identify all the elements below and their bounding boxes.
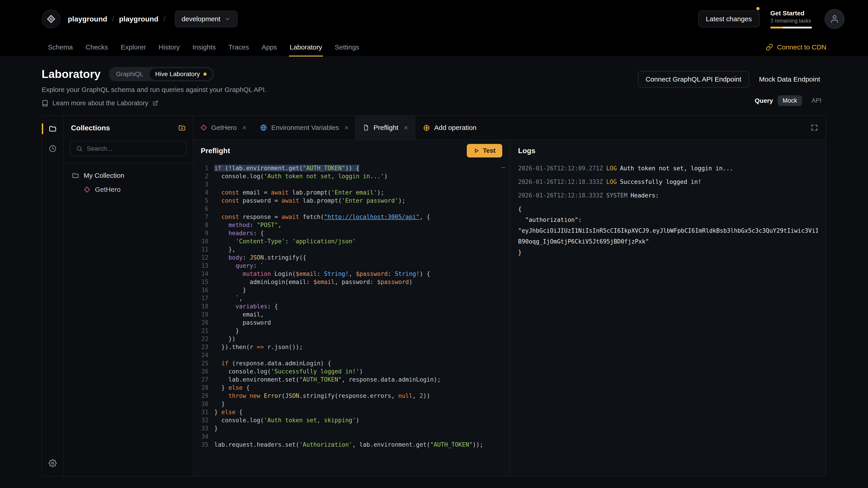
- test-button-label: Test: [483, 147, 496, 154]
- code-line[interactable]: 21 }: [193, 327, 509, 335]
- learn-more-link[interactable]: Learn more about the Laboratory: [41, 99, 158, 107]
- code-line[interactable]: 9 headers: {: [193, 229, 509, 237]
- code-line[interactable]: 7 const response = await fetch("http://l…: [193, 213, 509, 221]
- tab-gethero[interactable]: GetHero ×: [193, 116, 253, 140]
- get-started-subtitle: 3 remaining tasks: [770, 18, 812, 24]
- nav-tab-laboratory[interactable]: Laboratory: [283, 38, 329, 57]
- collection-operation[interactable]: GetHero: [68, 183, 188, 197]
- code-line[interactable]: 15 adminLogin(email: $email, password: $…: [193, 278, 509, 286]
- logs-output[interactable]: 2026-01-26T12:12:09.271ZLOGAuth token no…: [510, 161, 826, 476]
- query-label: Query: [755, 97, 773, 104]
- search-input[interactable]: [87, 145, 181, 152]
- code-line[interactable]: 33}: [193, 424, 509, 432]
- line-number: 24: [193, 351, 214, 359]
- code-line[interactable]: 2 console.log('Auth token not set, loggi…: [193, 172, 509, 180]
- code-line[interactable]: 19 email,: [193, 311, 509, 319]
- test-button[interactable]: Test: [467, 144, 502, 158]
- line-number: 32: [193, 416, 214, 424]
- settings-rail-button[interactable]: [45, 455, 60, 471]
- mode-option-graphiql[interactable]: GraphiQL: [110, 68, 149, 80]
- tab-environment-variables[interactable]: Environment Variables ×: [253, 116, 355, 140]
- code-line[interactable]: 10 'Content-Type': 'application/json': [193, 237, 509, 246]
- nav-tab-settings[interactable]: Settings: [329, 38, 366, 57]
- line-number: 7: [193, 213, 214, 221]
- line-number: 35: [193, 441, 214, 449]
- code-line[interactable]: 22 }): [193, 335, 509, 343]
- code-line[interactable]: 30 }: [193, 400, 509, 408]
- folder-icon: [72, 172, 79, 179]
- mode-option-label: Hive Laboratory: [155, 70, 200, 78]
- connect-endpoint-button[interactable]: Connect GraphQL API Endpoint: [638, 71, 749, 88]
- close-icon[interactable]: ×: [242, 124, 246, 132]
- code-line[interactable]: 4 const email = await lab.prompt('Enter …: [193, 188, 509, 197]
- mode-option-hive-laboratory[interactable]: Hive Laboratory: [149, 68, 213, 80]
- mode-option-label: GraphiQL: [116, 70, 143, 78]
- avatar[interactable]: [825, 9, 844, 29]
- code-line[interactable]: 27 lab.environment.set("AUTH_TOKEN", res…: [193, 376, 509, 384]
- code-line[interactable]: 32 console.log('Auth token set, skipping…: [193, 416, 509, 424]
- target-dropdown[interactable]: development: [175, 11, 238, 27]
- line-number: 19: [193, 311, 214, 319]
- code-line[interactable]: 13 query: `: [193, 262, 509, 270]
- code-line[interactable]: 8 method: "POST",: [193, 221, 509, 229]
- document-icon: [363, 124, 369, 131]
- code-line[interactable]: 34: [193, 432, 509, 441]
- main-nav: SchemaChecksExplorerHistoryInsightsTrace…: [0, 38, 868, 57]
- code-line[interactable]: 25 if (response.data.adminLogin) {: [193, 359, 509, 367]
- get-started-widget[interactable]: Get Started 3 remaining tasks: [770, 10, 812, 29]
- fullscreen-button[interactable]: [803, 116, 826, 140]
- code-line[interactable]: 18 variables: {: [193, 302, 509, 311]
- code-line[interactable]: 12 body: JSON.stringify({: [193, 254, 509, 262]
- code-line[interactable]: 3: [193, 180, 509, 188]
- preflight-panel-title: Preflight: [201, 147, 230, 155]
- breadcrumb-org[interactable]: playground: [68, 15, 107, 23]
- code-line[interactable]: 29 throw new Error(JSON.stringify(respon…: [193, 392, 509, 400]
- code-line[interactable]: 14 mutation Login($email: String!, $pass…: [193, 270, 509, 278]
- code-line[interactable]: 26 console.log('Successfully logged in!'…: [193, 367, 509, 376]
- collection-folder[interactable]: My Collection: [68, 168, 188, 183]
- breadcrumb-separator: /: [112, 15, 114, 23]
- hive-logo[interactable]: [41, 9, 61, 29]
- code-line[interactable]: 20 password: [193, 319, 509, 327]
- close-icon[interactable]: ×: [344, 124, 349, 132]
- history-rail-button[interactable]: [45, 141, 60, 156]
- laboratory-workspace: Collections My Collection GetHer: [41, 115, 827, 477]
- breadcrumb-project[interactable]: playground: [119, 15, 158, 23]
- code-line[interactable]: 16 }: [193, 286, 509, 294]
- close-icon[interactable]: ×: [404, 124, 408, 132]
- tab-label: Preflight: [373, 124, 398, 131]
- code-line[interactable]: 23 }).then(r => r.json());: [193, 343, 509, 351]
- operation-tab-bar: GetHero × Environment Variables × Prefli…: [193, 116, 826, 140]
- tab-preflight[interactable]: Preflight ×: [355, 116, 415, 140]
- code-line[interactable]: 31} else {: [193, 408, 509, 416]
- code-line[interactable]: 24: [193, 351, 509, 359]
- nav-tab-insights[interactable]: Insights: [186, 38, 222, 57]
- new-collection-icon[interactable]: [178, 124, 186, 132]
- code-line[interactable]: 11 },: [193, 246, 509, 254]
- nav-tab-apps[interactable]: Apps: [255, 38, 283, 57]
- code-line[interactable]: 6: [193, 205, 509, 213]
- code-editor[interactable]: — 1if (!lab.environment.get("AUTH_TOKEN"…: [193, 161, 509, 476]
- mock-endpoint-button[interactable]: Mock Data Endpoint: [753, 71, 827, 87]
- nav-tab-explorer[interactable]: Explorer: [114, 38, 152, 57]
- code-line[interactable]: 1if (!lab.environment.get("AUTH_TOKEN"))…: [193, 164, 509, 172]
- code-line[interactable]: 35lab.request.headers.set('Authorization…: [193, 441, 509, 449]
- nav-tab-schema[interactable]: Schema: [41, 38, 79, 57]
- code-line[interactable]: 5 const password = await lab.prompt('Ent…: [193, 197, 509, 205]
- code-line[interactable]: 17 `,: [193, 294, 509, 302]
- logs-panel: Logs 2026-01-26T12:12:09.271ZLOGAuth tok…: [510, 140, 826, 476]
- latest-changes-button[interactable]: Latest changes: [698, 11, 760, 27]
- query-mode-mock[interactable]: Mock: [778, 95, 802, 106]
- line-number: 27: [193, 376, 214, 384]
- collections-rail-button[interactable]: [45, 121, 60, 136]
- collections-search: [70, 141, 187, 156]
- connect-to-cdn-link[interactable]: Connect to CDN: [766, 38, 827, 57]
- nav-tab-checks[interactable]: Checks: [79, 38, 114, 57]
- nav-tab-traces[interactable]: Traces: [222, 38, 255, 57]
- line-number: 18: [193, 302, 214, 311]
- query-mode-api[interactable]: API: [807, 95, 827, 106]
- nav-tab-history[interactable]: History: [152, 38, 186, 57]
- collapse-icon[interactable]: —: [501, 163, 505, 171]
- add-operation-button[interactable]: ⊕ Add operation: [415, 116, 484, 140]
- code-line[interactable]: 28 } else {: [193, 384, 509, 392]
